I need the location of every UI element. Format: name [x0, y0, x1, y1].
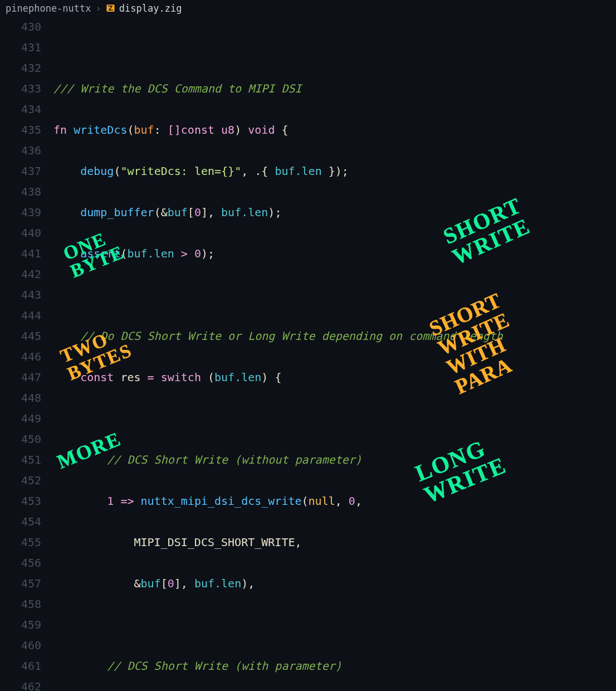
punct: ); — [201, 247, 214, 260]
paren: ( — [120, 247, 127, 260]
line-number: 456 — [0, 553, 41, 573]
comma: , — [335, 494, 349, 508]
bracket: [ — [161, 577, 168, 590]
ident: buf — [194, 577, 214, 590]
line-number: 459 — [0, 615, 41, 635]
amp: & — [134, 577, 141, 590]
line-number: 434 — [0, 99, 41, 120]
number: 0 — [194, 206, 201, 219]
punct: ), — [241, 577, 255, 590]
string: "writeDcs: len={}" — [120, 164, 241, 178]
line-number: 457 — [0, 573, 41, 594]
macro-const: MIPI_DSI_DCS_SHORT_WRITE — [134, 536, 295, 549]
comma: , — [295, 536, 301, 549]
comma: , — [355, 494, 362, 508]
comment: // DCS Short Write (without parameter) — [107, 453, 362, 466]
call-assert: assert — [80, 247, 120, 260]
line-number: 449 — [0, 408, 41, 429]
type-u8: u8 — [221, 123, 234, 137]
line-number: 462 — [0, 677, 41, 691]
prop: .len — [234, 371, 261, 384]
doc-comment: /// Write the DCS Command to MIPI DSI — [53, 82, 302, 95]
func-name: writeDcs — [74, 123, 127, 137]
punct: }); — [322, 164, 349, 178]
punct: ], — [174, 577, 194, 590]
prop: .len — [241, 206, 268, 219]
prop: .len — [295, 164, 322, 178]
breadcrumb-file[interactable]: display.zig — [119, 3, 182, 14]
line-number: 448 — [0, 388, 41, 408]
keyword-switch: switch — [161, 371, 201, 384]
line-number: 460 — [0, 635, 41, 656]
keyword-const: const — [181, 123, 221, 137]
line-number: 430 — [0, 17, 41, 37]
line-number: 444 — [0, 305, 41, 326]
editor[interactable]: 4304314324334344354364374384394404414424… — [0, 17, 616, 691]
breadcrumb-folder[interactable]: pinephone-nuttx — [6, 3, 91, 14]
param: buf — [134, 123, 154, 137]
line-number: 446 — [0, 347, 41, 367]
call: nuttx_mipi_dsi_dcs_write — [141, 494, 302, 508]
number: 0 — [194, 247, 201, 260]
brace: ) { — [261, 371, 281, 384]
prop: .len — [148, 247, 174, 260]
line-number: 454 — [0, 512, 41, 532]
ident: buf — [141, 577, 161, 590]
arrow: => — [114, 494, 140, 508]
line-number: 461 — [0, 656, 41, 677]
line-number: 445 — [0, 326, 41, 347]
comment: // Do DCS Short Write or Long Write depe… — [80, 329, 503, 343]
keyword-fn: fn — [53, 123, 67, 137]
ident: buf — [214, 371, 234, 384]
line-number: 458 — [0, 594, 41, 615]
null: null — [309, 494, 335, 508]
line-number: 450 — [0, 429, 41, 450]
zig-file-icon — [106, 3, 116, 13]
number: 0 — [349, 494, 355, 508]
return-type: void — [248, 123, 275, 137]
op: = — [141, 371, 161, 384]
line-number: 438 — [0, 182, 41, 202]
breadcrumb: pinephone-nuttx › display.zig — [0, 0, 616, 17]
line-number: 442 — [0, 264, 41, 285]
line-number: 440 — [0, 223, 41, 244]
line-number: 435 — [0, 120, 41, 140]
gutter-line-numbers: 4304314324334344354364374384394404414424… — [0, 17, 53, 691]
paren: ( — [201, 371, 214, 384]
punct: ], — [201, 206, 221, 219]
bracket: [ — [188, 206, 194, 219]
ident: buf — [127, 247, 147, 260]
number: 0 — [168, 577, 174, 590]
keyword-const: const — [80, 371, 114, 384]
case-number: 1 — [107, 494, 114, 508]
line-number: 432 — [0, 58, 41, 79]
line-number: 437 — [0, 161, 41, 182]
line-number: 441 — [0, 244, 41, 264]
line-number: 453 — [0, 491, 41, 512]
call-dump-buffer: dump_buffer — [80, 206, 154, 219]
ident: buf — [221, 206, 241, 219]
line-number: 451 — [0, 450, 41, 470]
brace: { — [275, 123, 288, 137]
line-number: 431 — [0, 37, 41, 58]
line-number: 433 — [0, 79, 41, 99]
ident: buf — [275, 164, 295, 178]
breadcrumb-sep: › — [96, 3, 101, 14]
line-number: 455 — [0, 532, 41, 553]
call-debug: debug — [80, 164, 114, 178]
line-number: 447 — [0, 367, 41, 388]
line-number: 443 — [0, 285, 41, 305]
op: > — [174, 247, 194, 260]
line-number: 436 — [0, 140, 41, 161]
punct: , .{ — [241, 164, 275, 178]
code-area[interactable]: /// Write the DCS Command to MIPI DSI fn… — [53, 17, 616, 691]
type: [] — [168, 123, 181, 137]
ident: res — [120, 371, 140, 384]
ident: buf — [168, 206, 188, 219]
prop: .len — [214, 577, 241, 590]
punct: (& — [154, 206, 168, 219]
comment: // DCS Short Write (with parameter) — [107, 659, 341, 673]
line-number: 439 — [0, 202, 41, 223]
line-number: 452 — [0, 470, 41, 491]
paren: ( — [302, 494, 309, 508]
